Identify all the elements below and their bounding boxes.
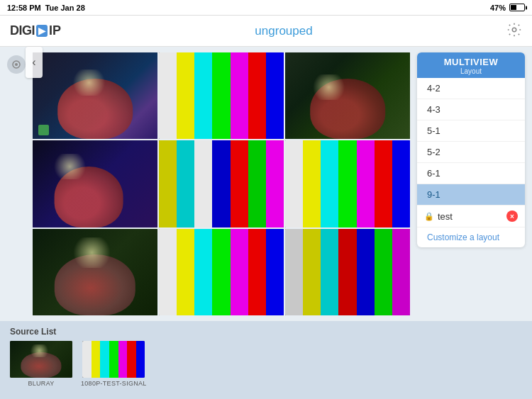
svg-point-0 (512, 28, 516, 32)
source-thumbs: BLURAY 1080P-TEST-SIGNAL (10, 341, 522, 387)
grid-row-1 (33, 52, 410, 139)
header-title: ungrouped (255, 24, 312, 38)
grid-cell-1-1[interactable] (159, 140, 284, 227)
logo: DIGI ▶ IP (10, 23, 61, 38)
source-thumb-0[interactable]: BLURAY (10, 341, 72, 387)
layout-item-9-1[interactable]: 9-1 (417, 184, 525, 206)
source-list-title: Source List (10, 327, 522, 337)
layout-item-4-2[interactable]: 4-2 (417, 78, 525, 99)
prev-arrow[interactable]: ‹ (26, 47, 43, 78)
battery-percent: 47% (490, 4, 506, 12)
sidebar-title: MULTIVIEW (417, 57, 525, 67)
custom-layout-item: 🔒 test × (417, 206, 525, 227)
back-circle[interactable] (7, 55, 26, 74)
logo-digi: DIGI (10, 23, 35, 38)
layout-item-5-2[interactable]: 5-2 (417, 142, 525, 163)
source-label-0: BLURAY (28, 380, 54, 387)
sidebar-subtitle: Layout (417, 67, 525, 75)
grid-cell-1-0[interactable] (33, 140, 157, 227)
time: 12:58 PM (7, 4, 41, 12)
logo-box: ▶ (36, 25, 48, 37)
gear-button[interactable] (506, 22, 522, 40)
status-bar: 12:58 PM Tue Jan 28 47% (0, 0, 532, 16)
battery-icon (509, 4, 525, 11)
source-thumbnail-0 (10, 341, 72, 378)
grid-cell-0-1[interactable] (159, 52, 284, 139)
custom-item-left: 🔒 test (424, 211, 453, 222)
lock-icon: 🔒 (424, 212, 434, 221)
date: Tue Jan 28 (45, 4, 85, 12)
grid-cell-2-1[interactable] (159, 229, 284, 315)
customize-layout-link[interactable]: Customize a layout (417, 227, 525, 247)
battery-fill (511, 5, 516, 10)
grid-row-2 (33, 140, 410, 227)
source-thumb-1[interactable]: 1080P-TEST-SIGNAL (81, 341, 147, 387)
delete-custom-layout-button[interactable]: × (506, 210, 518, 222)
grid-cell-2-0[interactable] (33, 229, 157, 315)
multiview-sidebar: MULTIVIEW Layout 4-2 4-3 5-1 5-2 6-1 9-1… (417, 52, 525, 247)
sidebar-header: MULTIVIEW Layout (417, 52, 525, 78)
svg-point-2 (15, 63, 18, 66)
layout-item-6-1[interactable]: 6-1 (417, 163, 525, 184)
grid-cell-2-2[interactable] (285, 229, 410, 315)
back-button[interactable] (7, 54, 26, 74)
video-grid (33, 52, 410, 315)
grid-cell-0-2[interactable] (285, 52, 410, 139)
header: DIGI ▶ IP ungrouped (0, 16, 532, 47)
custom-layout-name: test (438, 211, 453, 222)
status-bar-right: 47% (490, 4, 525, 12)
layout-item-4-3[interactable]: 4-3 (417, 99, 525, 120)
logo-ip: IP (49, 23, 61, 38)
source-label-1: 1080P-TEST-SIGNAL (81, 380, 147, 387)
grid-row-3 (33, 229, 410, 315)
status-bar-left: 12:58 PM Tue Jan 28 (7, 4, 85, 12)
grid-cell-1-2[interactable] (285, 140, 410, 227)
source-list-area: Source List BLURAY (0, 321, 532, 399)
main-content: ‹ MULTIVIEW Layout 4-2 4-3 5-1 5-2 6-1 9… (0, 47, 532, 321)
source-thumbnail-1 (82, 341, 145, 378)
grid-cell-0-0[interactable] (33, 52, 157, 139)
layout-item-5-1[interactable]: 5-1 (417, 120, 525, 142)
